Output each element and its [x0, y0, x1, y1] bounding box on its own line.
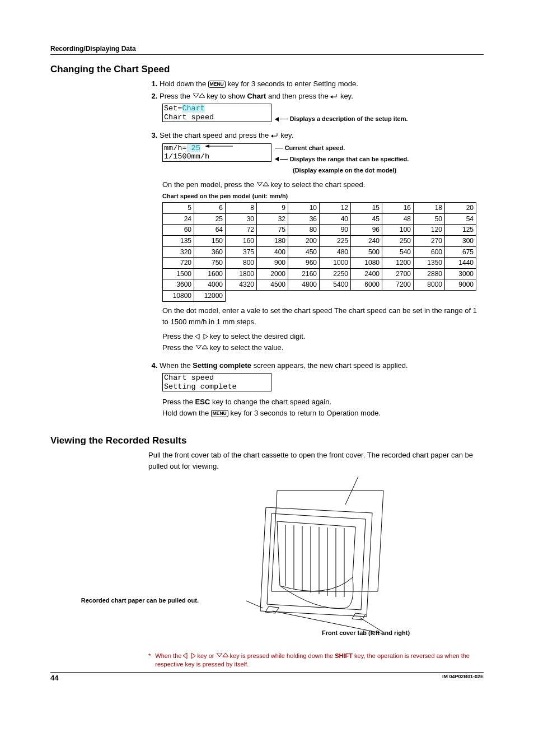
- table-cell: 120: [414, 225, 445, 236]
- table-cell: 1000: [320, 258, 351, 269]
- table-cell: 9000: [445, 279, 476, 291]
- lcd-display: mm/h= 25 1/1500mm/h: [162, 143, 271, 162]
- enter-icon: [330, 94, 338, 100]
- svg-marker-9: [202, 345, 208, 349]
- page-number: 44: [50, 674, 58, 682]
- table-cell: 4320: [226, 279, 257, 291]
- table-cell: 750: [194, 258, 226, 269]
- table-cell: 72: [226, 225, 257, 236]
- table-cell: 125: [445, 225, 476, 236]
- svg-marker-0: [193, 94, 199, 97]
- table-cell: 100: [382, 225, 414, 236]
- table-cell: 720: [163, 258, 194, 269]
- enter-icon: [271, 133, 279, 139]
- menu-key-icon: MENU: [208, 81, 226, 88]
- table-cell: 2700: [382, 268, 414, 279]
- table-cell: 1500: [163, 268, 194, 279]
- table-cell: 15: [351, 203, 382, 214]
- svg-marker-27: [217, 653, 222, 657]
- section-title-2: Viewing the Recorded Results: [50, 435, 484, 446]
- table-cell: 960: [288, 258, 320, 269]
- table-cell: 32: [257, 213, 288, 225]
- table-cell: 4000: [194, 279, 226, 291]
- table-cell: 1600: [194, 268, 226, 279]
- table-cell: 20: [445, 203, 476, 214]
- down-up-icon: [193, 94, 205, 100]
- table-cell: 240: [351, 235, 382, 246]
- table-cell: 8000: [414, 279, 445, 291]
- table-cell: 300: [445, 235, 476, 246]
- table-cell: 375: [226, 246, 257, 258]
- svg-marker-7: [204, 334, 208, 339]
- table-cell: 480: [320, 246, 351, 258]
- table-cell: 2160: [288, 268, 320, 279]
- table-cell: 250: [382, 235, 414, 246]
- svg-marker-28: [223, 653, 228, 657]
- table-cell: 75: [257, 225, 288, 236]
- lcd-display: Chart speed Setting complete: [162, 373, 271, 391]
- table-cell: 3600: [163, 279, 194, 291]
- svg-marker-4: [257, 182, 263, 186]
- table-cell: 54: [445, 213, 476, 225]
- table-cell: 64: [194, 225, 226, 236]
- left-right-icon: [195, 334, 208, 340]
- table-cell: 18: [414, 203, 445, 214]
- step1-pre: Hold down the: [160, 80, 208, 88]
- down-up-icon: [195, 345, 208, 351]
- table-cell: 2880: [414, 268, 445, 279]
- table-cell: 60: [163, 225, 194, 236]
- table-caption: Chart speed on the pen model (unit: mm/h…: [162, 192, 484, 201]
- table-cell: 40: [320, 213, 351, 225]
- doc-id: IM 04P02B01-02E: [442, 674, 484, 682]
- page-footer: 44 IM 04P02B01-02E: [50, 672, 484, 682]
- table-cell: 500: [351, 246, 382, 258]
- figure-label-paper: Recorded chart paper can be pulled out.: [76, 597, 199, 604]
- table-cell: 600: [414, 246, 445, 258]
- table-cell: 4500: [257, 279, 288, 291]
- table-cell: 50: [414, 213, 445, 225]
- menu-key-icon: MENU: [211, 410, 228, 417]
- table-cell: 10: [288, 203, 320, 214]
- table-cell: 160: [226, 235, 257, 246]
- table-cell: 2000: [257, 268, 288, 279]
- table-cell: 135: [163, 235, 194, 246]
- table-cell: 1800: [226, 268, 257, 279]
- table-cell: 24: [163, 213, 194, 225]
- svg-marker-3: [205, 144, 209, 148]
- lcd-display: Set=Chart Chart speed: [162, 104, 271, 122]
- down-up-icon: [216, 653, 228, 659]
- table-cell: 7200: [382, 279, 414, 291]
- svg-marker-25: [183, 653, 187, 659]
- annotation: Displays a description of the setup item…: [290, 115, 408, 122]
- table-cell: 675: [445, 246, 476, 258]
- device-illustration: Recorded chart paper can be pulled out. …: [148, 477, 484, 641]
- footnote: * When the key or key is pressed while h…: [148, 652, 484, 669]
- table-cell: 1200: [382, 258, 414, 269]
- table-cell: 400: [257, 246, 288, 258]
- table-cell: 25: [194, 213, 226, 225]
- table-cell: 30: [226, 213, 257, 225]
- table-cell: 16: [382, 203, 414, 214]
- breadcrumb: Recording/Displaying Data: [50, 45, 484, 55]
- table-cell: 4800: [288, 279, 320, 291]
- table-cell: 45: [351, 213, 382, 225]
- table-cell: 6: [194, 203, 226, 214]
- table-cell: 5: [163, 203, 194, 214]
- table-cell: 800: [226, 258, 257, 269]
- table-cell: 90: [320, 225, 351, 236]
- svg-marker-6: [195, 334, 199, 339]
- step-4: When the Setting complete screen appears…: [160, 360, 484, 419]
- table-cell: 36: [288, 213, 320, 225]
- svg-marker-8: [196, 345, 202, 349]
- table-cell: 1440: [445, 258, 476, 269]
- table-cell: 48: [382, 213, 414, 225]
- table-cell: 96: [351, 225, 382, 236]
- table-cell: 2250: [320, 268, 351, 279]
- step1-post: key for 3 seconds to enter Setting mode.: [226, 80, 358, 88]
- table-cell: 12: [320, 203, 351, 214]
- table-cell: 360: [194, 246, 226, 258]
- section-title-1: Changing the Chart Speed: [50, 64, 484, 75]
- table-cell: 9: [257, 203, 288, 214]
- table-cell: 6000: [351, 279, 382, 291]
- table-cell: 180: [257, 235, 288, 246]
